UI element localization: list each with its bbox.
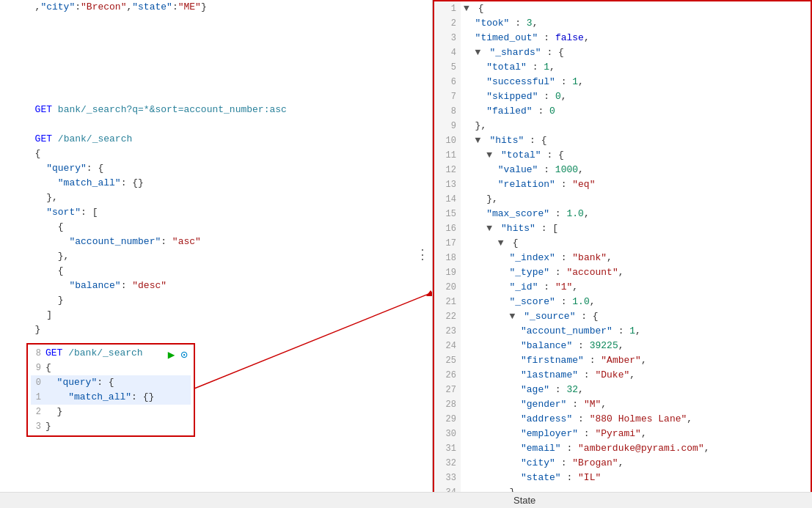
right-line-row: 8 "failed" : 0 [434, 104, 811, 119]
status-bar: State [0, 492, 812, 508]
right-line-row: 25 "firstname" : "Amber", [434, 353, 811, 368]
line-row: GET /bank/_search [0, 132, 432, 147]
right-line-row: 3 "timed_out" : false, [434, 31, 811, 45]
line-row: ,"city":"Brecon","state":"ME"} [0, 0, 432, 15]
right-line-row: 12 "value" : 1000, [434, 163, 811, 177]
right-line-row: 15 "max_score" : 1.0, [434, 207, 811, 221]
play-button[interactable]: ▶ [168, 347, 175, 362]
hbox-line: 3 } [31, 419, 191, 434]
right-line-row: 32 "city" : "Brogan", [434, 456, 811, 471]
line-row: }, [0, 191, 432, 205]
line-row: "sort": [ [0, 205, 432, 220]
hbox-line: 9 { [31, 361, 191, 375]
right-line-row: 29 "address" : "880 Holmes Lane", [434, 412, 811, 427]
right-line-row: 16 ▼ "hits" : [ [434, 221, 811, 236]
hbox-line: 0 "query": { [31, 375, 191, 390]
line-row: { [0, 147, 432, 161]
line-row: "query": { [0, 161, 432, 176]
right-line-row: 2 "took" : 3, [434, 16, 811, 31]
right-line-row: 4 ▼ "_shards" : { [434, 45, 811, 60]
line-row: GET bank/_search?q=*&sort=account_number… [0, 103, 432, 117]
line-row: "account_number": "asc" [0, 235, 432, 249]
right-line-row: 9 }, [434, 119, 811, 133]
right-line-row: 6 "successful" : 1, [434, 75, 811, 89]
line-row: { [0, 220, 432, 235]
right-line-row: 21 "_score" : 1.0, [434, 295, 811, 309]
right-line-row: 26 "lastname" : "Duke", [434, 368, 811, 383]
line-row: } [0, 293, 432, 308]
line-row: }, [0, 249, 432, 264]
hbox-toolbar: ▶ ⊙ [168, 347, 188, 362]
hbox-line: 1 "match_all": {} [31, 390, 191, 405]
right-line-row: 1 ▼ { [434, 1, 811, 16]
hbox-line: 8 GET /bank/_search [31, 346, 191, 361]
line-row [0, 73, 432, 88]
more-options-button[interactable]: ⋮ [416, 246, 429, 262]
line-row: { [0, 264, 432, 279]
eye-button[interactable]: ⊙ [180, 347, 188, 362]
line-row: "balance": "desc" [0, 279, 432, 293]
right-line-row: 23 "account_number" : 1, [434, 324, 811, 339]
line-row: } [0, 323, 432, 337]
hbox-line: 2 } [31, 405, 191, 419]
state-label-text: State [513, 495, 535, 506]
line-row [0, 29, 432, 44]
right-line-row: 20 "_id" : "1", [434, 280, 811, 295]
line-row [0, 15, 432, 29]
line-row [0, 88, 432, 103]
line-row [0, 59, 432, 73]
highlight-box: 8 GET /bank/_search 9 { 0 "query": { 1 "… [26, 343, 195, 437]
right-line-row: 22 ▼ "_source" : { [434, 309, 811, 324]
right-line-row: 27 "age" : 32, [434, 383, 811, 397]
left-panel: ,"city":"Brecon","state":"ME"} [0, 0, 433, 508]
right-panel: 1 ▼ { 2 "took" : 3, 3 "timed_out" : fals… [433, 0, 812, 508]
right-line-row: 28 "gender" : "M", [434, 397, 811, 412]
right-line-row: 33 "state" : "IL" [434, 471, 811, 485]
right-line-row: 19 "_type" : "account", [434, 265, 811, 280]
right-line-row: 7 "skipped" : 0, [434, 89, 811, 104]
right-line-row: 10 ▼ "hits" : { [434, 133, 811, 148]
right-line-row: 17 ▼ { [434, 236, 811, 251]
right-line-row: 18 "_index" : "bank", [434, 251, 811, 265]
line-row [0, 44, 432, 59]
right-line-row: 31 "email" : "amberduke@pyrami.com", [434, 441, 811, 456]
line-row: "match_all": {} [0, 176, 432, 191]
right-code-area: 1 ▼ { 2 "took" : 3, 3 "timed_out" : fals… [434, 1, 811, 507]
right-line-row: 13 "relation" : "eq" [434, 177, 811, 192]
right-line-row: 30 "employer" : "Pyrami", [434, 427, 811, 441]
right-line-row: 14 }, [434, 192, 811, 207]
line-row: ] [0, 308, 432, 323]
right-line-row: 11 ▼ "total" : { [434, 148, 811, 163]
line-row [0, 117, 432, 132]
right-line-row: 24 "balance" : 39225, [434, 339, 811, 353]
right-line-row: 5 "total" : 1, [434, 60, 811, 75]
